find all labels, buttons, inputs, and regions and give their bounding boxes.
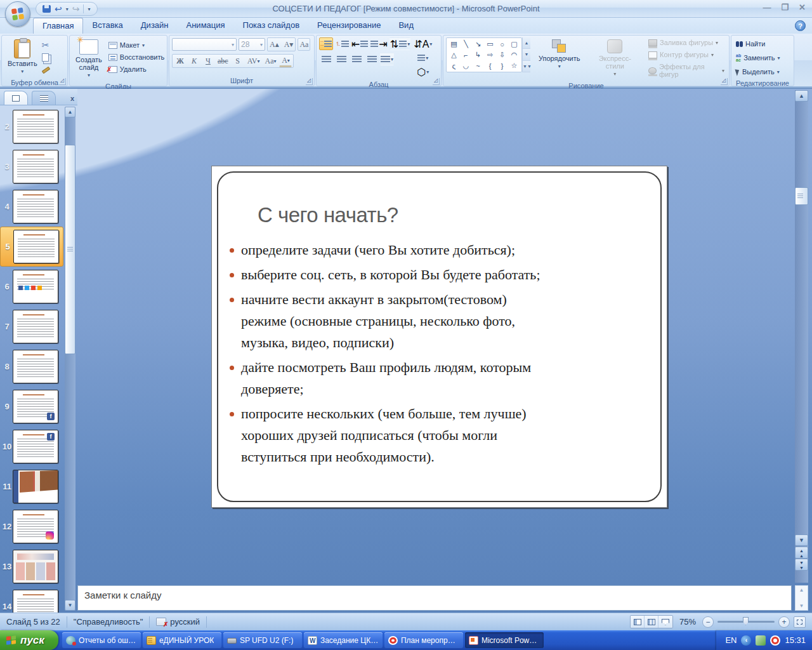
- shape-icon[interactable]: ▢: [508, 39, 520, 50]
- slide-thumbnail-3[interactable]: 3: [0, 147, 63, 187]
- find-button[interactable]: Найти: [734, 39, 782, 49]
- tray-opera-icon[interactable]: [770, 635, 780, 646]
- justify-button[interactable]: [365, 53, 379, 65]
- format-painter-icon[interactable]: [41, 67, 50, 74]
- tab-slides[interactable]: [4, 91, 28, 105]
- taskbar-task-button[interactable]: еДИНЫЙ УРОК: [143, 632, 221, 648]
- shape-icon[interactable]: ↳: [472, 50, 484, 60]
- align-center-button[interactable]: [334, 53, 348, 65]
- copy-icon[interactable]: [42, 53, 49, 62]
- drawing-dialog-launcher[interactable]: ◿: [721, 78, 728, 85]
- bullets-button[interactable]: ⁚⁚: [319, 37, 333, 50]
- shapes-gallery[interactable]: ▤╲↘▭○▢△⌐↳⇨⇩◠ς◡~{}☆: [446, 37, 522, 72]
- zoom-out-button[interactable]: −: [702, 616, 714, 628]
- taskbar-task-button[interactable]: Отчеты об ошибках...: [62, 632, 141, 648]
- shape-icon[interactable]: {: [484, 60, 496, 71]
- font-dialog-launcher[interactable]: ◿: [306, 78, 313, 85]
- shape-icon[interactable]: }: [496, 60, 508, 71]
- next-slide-button[interactable]: ▼▼: [795, 559, 808, 571]
- slide-title[interactable]: С чего начать?: [258, 203, 398, 227]
- main-vertical-scrollbar[interactable]: ▲ ▼ ▲▲ ▼▼: [795, 90, 808, 583]
- paste-button[interactable]: Вставить ▾: [4, 37, 41, 76]
- align-right-button[interactable]: [350, 53, 363, 65]
- shape-icon[interactable]: ▭: [484, 39, 496, 50]
- shrink-font-button[interactable]: A▾: [282, 38, 296, 51]
- scroll-thumb[interactable]: [795, 187, 808, 205]
- slide-bullet[interactable]: попросите нескольких (чем больше, тем лу…: [227, 403, 633, 468]
- normal-view-button[interactable]: [631, 616, 645, 628]
- grow-font-button[interactable]: A▴: [268, 38, 281, 51]
- thumbnails-scrollbar[interactable]: ▲ ▼: [65, 107, 75, 611]
- slide-thumbnail-2[interactable]: 2: [0, 107, 63, 147]
- slide-body-text[interactable]: определите задачи (чего Вы хотите добить…: [227, 239, 633, 471]
- columns-button[interactable]: ▾: [380, 53, 394, 65]
- paragraph-dialog-launcher[interactable]: ◿: [433, 78, 440, 85]
- character-spacing-button[interactable]: AV▾: [246, 55, 262, 67]
- ribbon-tab-Дизайн[interactable]: Дизайн: [132, 18, 178, 34]
- slide-thumbnail-13[interactable]: 13: [0, 547, 63, 587]
- notes-pane[interactable]: Заметки к слайду: [77, 585, 792, 611]
- delete-slide-button[interactable]: Удалить: [107, 64, 166, 74]
- tray-safely-remove-icon[interactable]: [756, 635, 766, 646]
- quick-styles-button[interactable]: Экспресс-стили ▾: [588, 37, 641, 79]
- shape-icon[interactable]: ○: [496, 39, 508, 50]
- decrease-indent-button[interactable]: ⇤: [351, 37, 369, 50]
- slide-thumbnail-9[interactable]: 9: [0, 387, 63, 427]
- shape-icon[interactable]: ▤: [448, 39, 460, 50]
- replace-button[interactable]: abac Заменить▾: [734, 52, 782, 63]
- tab-outline[interactable]: [32, 91, 56, 105]
- close-button[interactable]: ✕: [799, 3, 806, 12]
- taskbar-task-button[interactable]: Microsoft PowerPoint ...: [465, 632, 544, 648]
- ribbon-tab-Рецензирование[interactable]: Рецензирование: [308, 18, 390, 34]
- zoom-level[interactable]: 75%: [677, 617, 698, 627]
- help-button[interactable]: ?: [795, 20, 806, 31]
- ribbon-tab-Вставка[interactable]: Вставка: [83, 18, 131, 34]
- strikethrough-button[interactable]: abc: [216, 55, 230, 67]
- layout-button[interactable]: Макет▾: [107, 40, 166, 50]
- language-indicator[interactable]: русский: [170, 617, 200, 627]
- ribbon-tab-Анимация[interactable]: Анимация: [178, 18, 234, 34]
- italic-button[interactable]: К: [188, 55, 200, 67]
- font-size-combo[interactable]: 28▾: [239, 38, 265, 51]
- slide-thumbnail-5[interactable]: 5: [0, 227, 63, 267]
- increase-indent-button[interactable]: ⇥: [370, 37, 388, 50]
- convert-smartart-button[interactable]: ⬡▾: [413, 65, 433, 78]
- slide-bullet[interactable]: определите задачи (чего Вы хотите добить…: [227, 239, 633, 261]
- slide-bullet[interactable]: выберите соц. сеть, в которой Вы будете …: [227, 264, 633, 286]
- slide-thumbnail-10[interactable]: 10: [0, 427, 63, 467]
- slide-thumbnail-8[interactable]: 8: [0, 347, 63, 387]
- shape-effects-button[interactable]: Эффекты для фигур▾: [646, 62, 726, 79]
- slide-thumbnail-4[interactable]: 4: [0, 187, 63, 227]
- shape-icon[interactable]: ς: [448, 60, 460, 71]
- shape-icon[interactable]: ◠: [508, 50, 520, 60]
- fit-slide-button[interactable]: [794, 616, 806, 628]
- change-case-button[interactable]: Aa▾: [263, 55, 278, 67]
- spellcheck-icon[interactable]: [156, 618, 166, 626]
- previous-slide-button[interactable]: ▲▲: [795, 547, 808, 559]
- slide-bullet[interactable]: дайте посмотреть Ваш профиль людям, кото…: [227, 357, 633, 400]
- bold-button[interactable]: Ж: [174, 55, 187, 67]
- shape-icon[interactable]: ↘: [472, 39, 484, 50]
- new-slide-button[interactable]: Создать слайд ▾: [72, 37, 105, 80]
- ribbon-tab-Главная[interactable]: Главная: [33, 18, 83, 34]
- text-shadow-button[interactable]: S: [232, 55, 244, 67]
- slideshow-button[interactable]: [658, 616, 672, 628]
- shape-icon[interactable]: ~: [472, 60, 484, 71]
- font-name-combo[interactable]: ▾: [172, 38, 237, 51]
- taskbar-task-button[interactable]: SP UFD U2 (F:): [223, 632, 302, 648]
- shape-icon[interactable]: ⇩: [496, 50, 508, 60]
- shape-icon[interactable]: ╲: [460, 39, 472, 50]
- shape-icon[interactable]: ⇨: [484, 50, 496, 60]
- restore-button[interactable]: ❐: [781, 3, 789, 12]
- clear-formatting-button[interactable]: Aa: [298, 38, 310, 51]
- underline-button[interactable]: Ч: [202, 55, 214, 67]
- language-bar[interactable]: EN: [725, 635, 737, 645]
- slide-canvas[interactable]: С чего начать? определите задачи (чего В…: [211, 166, 667, 508]
- shape-icon[interactable]: ⌐: [460, 50, 472, 60]
- slide-thumbnail-7[interactable]: 7: [0, 307, 63, 347]
- office-button[interactable]: [5, 1, 30, 27]
- scroll-down-icon[interactable]: ▼: [795, 534, 808, 546]
- slide-sorter-button[interactable]: [645, 616, 658, 628]
- reset-slide-button[interactable]: Восстановить: [107, 52, 166, 62]
- zoom-slider[interactable]: [717, 621, 775, 623]
